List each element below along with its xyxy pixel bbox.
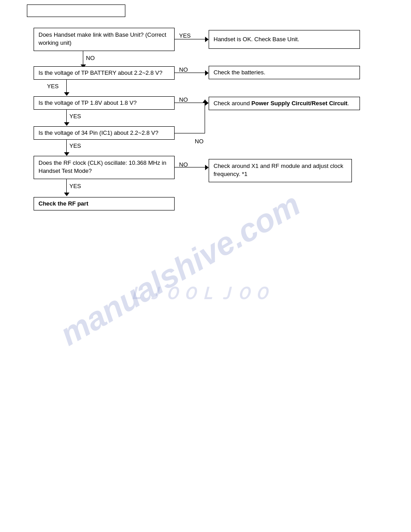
box-check-rf: Check the RF part	[34, 197, 175, 210]
arrow-line-yes5-v	[66, 179, 67, 193]
box-rf-clock: Does the RF clock (CLK) oscillate: 10.36…	[34, 156, 175, 179]
arrow-line-no4-v	[205, 103, 205, 133]
page: Does Handset make link with Base Unit? (…	[0, 0, 411, 532]
box-power-supply-text: Check around Power Supply Circuit/Reset …	[214, 99, 349, 107]
box-power-supply: Check around Power Supply Circuit/Reset …	[209, 97, 360, 110]
label-yes1: YES	[179, 32, 191, 39]
box-tp-battery-text: Is the voltage of TP BATTERY about 2.2~2…	[39, 69, 163, 77]
box-check-x1: Check around X1 and RF module and adjust…	[209, 159, 352, 182]
arrow-head-no4	[202, 99, 208, 103]
arrow-head-yes5	[64, 193, 69, 196]
top-empty-box	[27, 4, 125, 17]
arrow-head-yes2	[64, 92, 69, 96]
label-no1: NO	[86, 55, 95, 61]
box-tp-1v8-text: Is the voltage of TP 1.8V about 1.8 V?	[39, 99, 137, 107]
box-handset-link: Does Handset make link with Base Unit? (…	[34, 28, 175, 51]
arrow-head-no2	[205, 70, 209, 76]
box-34pin: Is the voltage of 34 Pin (IC1) about 2.2…	[34, 126, 175, 140]
box-handset-link-text: Does Handset make link with Base Unit? (…	[39, 31, 166, 46]
arrow-line-yes3-v	[66, 110, 67, 122]
label-no2: NO	[179, 66, 188, 73]
box-tp-1v8: Is the voltage of TP 1.8V about 1.8 V?	[34, 96, 175, 110]
arrow-line	[83, 51, 83, 64]
label-yes5: YES	[69, 183, 81, 189]
arrow-head-yes1	[205, 37, 209, 42]
label-no4: NO	[195, 138, 204, 145]
box-rf-clock-text: Does the RF clock (CLK) oscillate: 10.36…	[39, 159, 166, 174]
label-no5: NO	[179, 161, 188, 168]
watermark-symbol: ＬＪＯＯＬＪＯＯ	[128, 282, 271, 305]
arrow-line-yes1	[175, 39, 206, 39]
box-check-x1-text: Check around X1 and RF module and adjust…	[214, 163, 343, 177]
box-check-batteries-text: Check the batteries.	[214, 69, 265, 77]
label-yes4: YES	[69, 142, 81, 149]
arrow-head-no5	[205, 165, 209, 170]
arrow-head-yes4	[64, 152, 69, 156]
arrow-line-no4-h	[175, 133, 205, 133]
box-check-rf-text: Check the RF part	[39, 200, 88, 208]
watermark-text: manualshive.com	[54, 185, 306, 352]
box-34pin-text: Is the voltage of 34 Pin (IC1) about 2.2…	[39, 129, 158, 137]
arrow-head-yes3	[64, 122, 69, 126]
box-check-batteries: Check the batteries.	[209, 66, 360, 79]
box-handset-ok-text: Handset is OK. Check Base Unit.	[214, 35, 299, 43]
label-yes2: YES	[47, 83, 59, 90]
label-yes3: YES	[69, 113, 81, 120]
label-no3: NO	[179, 96, 188, 103]
box-handset-ok: Handset is OK. Check Base Unit.	[209, 30, 360, 49]
arrow-line-yes4-v	[66, 140, 67, 152]
arrow-line-yes2-v	[66, 80, 67, 92]
box-tp-battery: Is the voltage of TP BATTERY about 2.2~2…	[34, 66, 175, 80]
